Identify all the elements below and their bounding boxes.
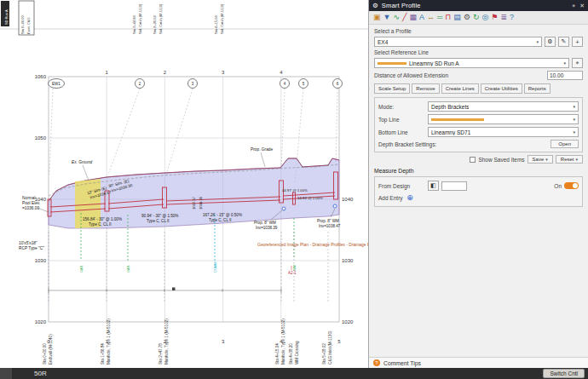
elev-label: 1030 [35,258,47,263]
chevron-down-icon: ▾ [563,60,566,66]
open-bracket-settings-button[interactable]: Open [551,140,579,148]
reference-line-label: Select Reference Line [374,49,583,55]
close-icon[interactable]: ✕ [579,3,585,9]
show-saved-items-label: Show Saved Items [478,157,524,163]
reference-line-dropdown[interactable]: Lineamny SD Run A ▾ [374,58,569,68]
utility-labels: GAS GAS COMM WM [79,261,297,273]
wm-label: Inv=1038.39 [256,226,278,230]
bottom-label: Sta 4+38.20 [289,343,293,365]
run-label: 156.84' - 30" @ 1.00% [83,217,122,221]
annotate-icon[interactable]: A [419,14,424,21]
create-lines-button[interactable]: Create Lines [441,83,479,94]
mode-group: Mode: Depth Brackets ▾ Top Line ▾ Bottom… [374,97,583,152]
show-saved-items-checkbox[interactable] [470,157,476,163]
measure-depth-group: From Design ◧ On Add Entry ⊕ [374,176,583,207]
measure-icon[interactable]: ↔ [427,14,435,21]
pin-icon[interactable]: ⌖ [572,3,575,9]
add-entry-label: Add Entry [378,195,403,201]
elev-label: 1030 [342,258,354,263]
statusbar-scale-label: 50R [34,370,47,377]
pipe-icon[interactable]: ═ [437,14,442,21]
remove-button[interactable]: Remove [412,83,439,94]
chevron-down-icon: ▾ [536,39,539,44]
sta-label: 2 [164,70,167,75]
utility-label: COMM [213,261,217,273]
help-icon[interactable]: ? [510,14,514,21]
toggle-on-label: On [554,183,562,189]
bottom-label: Sta 4+15.04 [275,343,280,365]
smart-profile-panel: ⚙ Smart Profile ⌖ ✕ ▣ ▼ ∿ ╱ ▦ A ↔ ═ ⊓ ▤ … [368,0,588,368]
profile-add-button[interactable]: + [572,37,583,47]
statusbar-corner-button[interactable] [0,368,12,379]
open-icon[interactable]: ▣ [373,14,381,21]
grid-icon[interactable]: ▦ [409,14,417,21]
locate-reference-button[interactable]: ⌖ [572,58,583,68]
elev-label: 1040 [342,197,354,202]
bottom-label: Endwall (M-1140) [49,334,53,365]
layers-icon[interactable]: ≣ [500,14,507,21]
bracket-icon[interactable]: ⊓ [445,14,451,21]
profile-dropdown[interactable]: EX4 ▾ [374,37,542,47]
create-utilities-button[interactable]: Create Utilities [481,83,522,94]
normal-pool-label: Normal [22,196,35,200]
panel-title: Smart Profile [382,2,421,9]
comment-tips-row[interactable]: ? Comment Tips [369,357,588,368]
profile-icon[interactable]: ∿ [393,14,400,21]
switch-button[interactable]: Switch Cntl [543,369,585,378]
wm-label: Prop. 8" WM [317,219,339,223]
panel-titlebar[interactable]: ⚙ Smart Profile ⌖ ✕ [369,0,588,11]
refresh-icon[interactable]: ↻ [473,14,480,21]
rcp-label: RCP Type "C" [19,246,44,250]
reset-button[interactable]: Reset ▾ [556,155,583,164]
bottom-label: Manhole, Type 1 (M-5102) [281,319,285,365]
zoom-icon[interactable]: ◎ [482,14,489,21]
bottom-line-value: Lineamny SD71 [431,129,470,135]
measure-depth-title: Measure Depth [374,168,583,174]
from-design-input[interactable] [441,181,467,191]
bottom-station-labels: Sta 0+00.00 Endwall (M-1140) Sta 1+56.84… [43,319,332,365]
top-label: Std. Catch (M-1110) [220,3,224,34]
add-entry-button[interactable]: ⊕ [406,193,415,203]
mode-dropdown[interactable]: Depth Brackets ▾ [428,101,579,112]
elev-label: 1060 [35,74,47,79]
elev-label: 1050 [35,135,47,141]
georeferenced-image-label: Georeferenced Image Plan - Drainage Prof… [257,242,368,247]
bottom-line-dropdown[interactable]: Lineamny SD71 ▾ [428,127,579,137]
line-style-swatch [378,62,406,65]
distance-label: Distance of Allowed Extension [374,72,545,78]
panel-gear-icon[interactable]: ⚙ [372,2,378,9]
panel-content: Select a Profile EX4 ▾ ⚙ ✎ + Select Refe… [369,25,588,357]
profile-view[interactable]: SD Run A Sta 0+00.00 Exist. C&G Sta 3+44… [0,0,368,368]
profile-edit-button[interactable]: ✎ [558,37,569,47]
view-corner-label: SD Run A [4,9,9,25]
profile-settings-button[interactable]: ⚙ [545,37,556,47]
save-button-label: Save [533,157,545,162]
plan-strip: SD Run A [0,1,368,35]
elev-label: 1020 [35,319,47,324]
from-design-toggle[interactable] [564,182,579,189]
draw-line-icon[interactable]: ╱ [402,14,406,21]
save-icon[interactable]: ▼ [383,14,391,21]
chevron-down-icon: ▾ [573,117,575,122]
reset-button-label: Reset [561,157,574,162]
save-button[interactable]: Save ▾ [527,155,553,164]
chevron-down-icon: ▾ [573,129,575,135]
reference-line-value: Lineamny SD Run A [409,60,459,66]
utility-label: GAS [126,265,130,273]
table-icon[interactable]: ▤ [453,14,461,21]
elev-label: 1020 [342,319,354,324]
select-profile-label: Select a Profile [374,28,583,34]
bottom-label: Sta 1+56.84 [101,343,105,365]
bottom-label: Sta 5+08.02 [322,343,326,365]
profile-canvas[interactable]: SD Run A Sta 0+00.00 Exist. C&G Sta 3+44… [0,0,368,368]
scale-setup-button[interactable]: Scale Setup [374,83,410,94]
settings-icon[interactable]: ⚙ [464,14,470,21]
run-label: Type C, CL II [147,219,170,223]
ex-ground-label: Ex. Ground [72,160,93,164]
utility-label: GAS [79,265,84,273]
distance-input[interactable]: 10.00 [547,71,583,80]
design-surface-icon[interactable]: ◧ [428,181,439,191]
flag-icon[interactable]: ⚑ [491,14,498,21]
reports-button[interactable]: Reports [524,83,551,94]
top-line-dropdown[interactable]: ▾ [428,114,579,124]
